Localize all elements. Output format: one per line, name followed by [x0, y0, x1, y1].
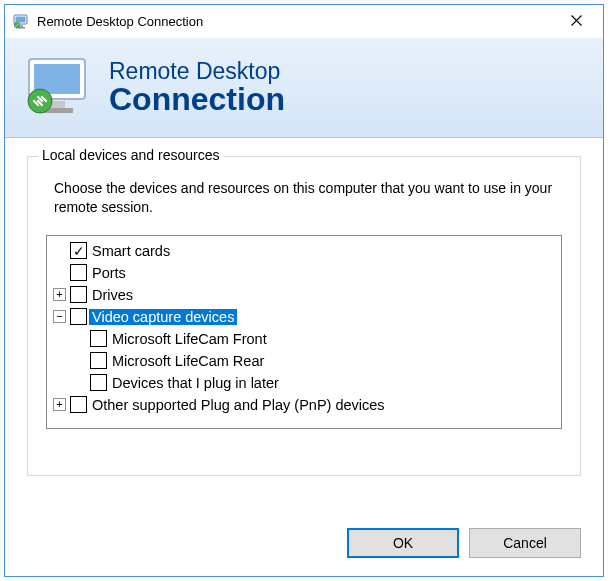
- checkbox[interactable]: [70, 264, 87, 281]
- expand-icon[interactable]: +: [53, 398, 66, 411]
- tree-item-video-capture[interactable]: − Video capture devices: [53, 306, 555, 328]
- tree-item-label: Drives: [89, 287, 136, 303]
- local-devices-group: Local devices and resources Choose the d…: [27, 156, 581, 476]
- banner-text: Remote Desktop Connection: [109, 59, 285, 117]
- tree-item-label: Microsoft LifeCam Rear: [109, 353, 267, 369]
- expander-spacer: [53, 244, 66, 257]
- tree-item-plug-in-later[interactable]: Devices that I plug in later: [53, 372, 555, 394]
- device-tree[interactable]: ✓ Smart cards Ports + Drives − Video ca: [46, 235, 562, 429]
- tree-item-other-pnp[interactable]: + Other supported Plug and Play (PnP) de…: [53, 394, 555, 416]
- banner-title-1: Remote Desktop: [109, 59, 285, 83]
- expander-spacer: [53, 266, 66, 279]
- checkbox[interactable]: [90, 352, 107, 369]
- tree-item-lifecam-front[interactable]: Microsoft LifeCam Front: [53, 328, 555, 350]
- close-icon: [571, 14, 582, 29]
- svg-point-9: [28, 89, 52, 113]
- close-button[interactable]: [553, 7, 599, 37]
- checkbox[interactable]: ✓: [70, 242, 87, 259]
- app-icon: [13, 14, 29, 30]
- banner-title-2: Connection: [109, 83, 285, 117]
- tree-item-lifecam-rear[interactable]: Microsoft LifeCam Rear: [53, 350, 555, 372]
- svg-rect-1: [16, 16, 26, 22]
- titlebar: Remote Desktop Connection: [5, 5, 603, 38]
- tree-item-label: Microsoft LifeCam Front: [109, 331, 270, 347]
- checkbox[interactable]: [70, 286, 87, 303]
- tree-item-smart-cards[interactable]: ✓ Smart cards: [53, 240, 555, 262]
- tree-item-label: Smart cards: [89, 243, 173, 259]
- tree-item-ports[interactable]: Ports: [53, 262, 555, 284]
- tree-item-label: Devices that I plug in later: [109, 375, 282, 391]
- expander-spacer: [73, 354, 86, 367]
- expand-icon[interactable]: +: [53, 288, 66, 301]
- tree-item-drives[interactable]: + Drives: [53, 284, 555, 306]
- checkbox[interactable]: [70, 308, 87, 325]
- banner: Remote Desktop Connection: [5, 38, 603, 138]
- tree-item-label: Other supported Plug and Play (PnP) devi…: [89, 397, 388, 413]
- tree-item-label: Ports: [89, 265, 129, 281]
- expander-spacer: [73, 376, 86, 389]
- rdp-monitor-icon: [23, 57, 93, 119]
- button-row: OK Cancel: [5, 514, 603, 576]
- expander-spacer: [73, 332, 86, 345]
- group-label: Local devices and resources: [38, 147, 223, 163]
- checkbox[interactable]: [90, 330, 107, 347]
- ok-button[interactable]: OK: [347, 528, 459, 558]
- collapse-icon[interactable]: −: [53, 310, 66, 323]
- dialog-window: Remote Desktop Connection Remote Desktop…: [4, 4, 604, 577]
- checkbox[interactable]: [70, 396, 87, 413]
- svg-point-4: [14, 22, 20, 28]
- window-title: Remote Desktop Connection: [37, 14, 553, 29]
- content-area: Local devices and resources Choose the d…: [5, 138, 603, 514]
- tree-item-label: Video capture devices: [89, 309, 237, 325]
- checkbox[interactable]: [90, 374, 107, 391]
- instruction-text: Choose the devices and resources on this…: [54, 179, 554, 217]
- cancel-button[interactable]: Cancel: [469, 528, 581, 558]
- checkmark-icon: ✓: [73, 244, 85, 258]
